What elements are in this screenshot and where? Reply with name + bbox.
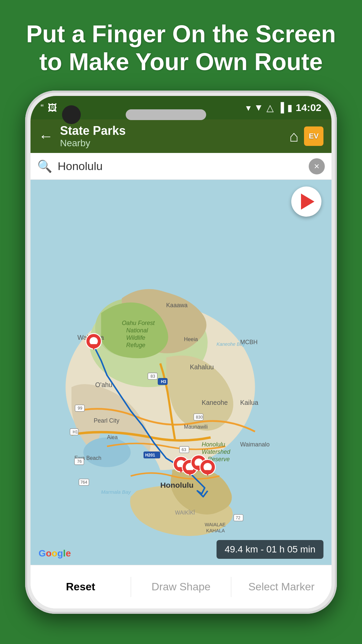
svg-text:O'ahu: O'ahu [95,381,112,388]
play-icon [301,194,314,210]
toolbar-title: State Parks [60,124,289,138]
svg-text:Refuge: Refuge [126,342,145,348]
svg-text:KAHALA: KAHALA [206,528,225,533]
svg-text:H3: H3 [161,379,166,384]
header-title: Put a Finger On the Screen to Make Your … [0,20,362,76]
search-icon: 🔍 [37,159,52,173]
search-bar: 🔍 Honolulu × [31,153,331,180]
svg-text:WAIALAE: WAIALAE [205,522,226,527]
phone-screen: “ 🖼 ▾ ▼ △ ▐ ▮ 14:02 ← State Parks Nearby… [31,96,331,608]
svg-text:764: 764 [80,480,87,485]
svg-text:76: 76 [77,459,82,464]
svg-text:99: 99 [78,406,82,411]
map-svg: Wahiawa Oahu Forest National Wildlife Re… [31,180,331,565]
map-area[interactable]: Wahiawa Oahu Forest National Wildlife Re… [31,180,331,565]
draw-shape-button[interactable]: Draw Shape [131,565,231,608]
svg-text:Pearl City: Pearl City [94,417,119,424]
svg-text:Kaaawa: Kaaawa [166,302,188,309]
reset-label: Reset [66,581,95,593]
status-right-icons: ▾ ▼ △ ▐ ▮ 14:02 [246,102,321,113]
svg-text:63: 63 [182,447,186,452]
svg-text:National: National [126,327,148,334]
signal-bars-icon: ▐ [277,102,284,113]
svg-text:H1: H1 [73,430,78,434]
svg-text:Oahu Forest: Oahu Forest [122,320,155,326]
svg-point-64 [203,463,212,471]
phone-speaker [126,109,206,120]
svg-text:Kaneohe Bay: Kaneohe Bay [217,341,245,347]
svg-text:83: 83 [150,374,155,379]
reset-button[interactable]: Reset [31,565,131,608]
distance-badge: 49.4 km - 01 h 05 min [217,540,323,559]
svg-text:Heeia: Heeia [184,336,198,342]
search-close-button[interactable]: × [309,158,325,174]
phone-frame: “ 🖼 ▾ ▼ △ ▐ ▮ 14:02 ← State Parks Nearby… [25,91,337,614]
google-l: l [63,548,66,558]
svg-text:Honolulu: Honolulu [160,481,193,489]
status-left-icons: “ 🖼 [41,102,57,113]
google-e: e [66,548,71,558]
svg-text:Kaneohe: Kaneohe [202,399,228,406]
toolbar: ← State Parks Nearby ⌂ EV [31,119,331,153]
svg-point-52 [89,337,98,345]
location-icon: ▾ [246,102,251,113]
draw-shape-label: Draw Shape [152,581,210,593]
ev-label: EV [309,132,318,141]
svg-text:Honolulu: Honolulu [202,441,225,448]
back-button[interactable]: ← [39,128,53,145]
phone-camera [62,105,81,124]
status-time: 14:02 [296,102,321,113]
svg-text:Aiea: Aiea [107,434,118,440]
select-marker-label: Select Marker [248,581,314,593]
search-input[interactable]: Honolulu [58,160,309,173]
toolbar-actions: ⌂ EV [289,126,323,146]
svg-text:Watershed: Watershed [202,448,231,455]
svg-text:Wildlife: Wildlife [126,334,145,341]
svg-text:Kailua: Kailua [240,399,258,406]
svg-text:Marmala Bay: Marmala Bay [101,489,131,495]
google-logo: Google [39,548,71,559]
battery-icon: ▮ [287,102,292,113]
svg-text:830: 830 [196,415,203,420]
signal-icon: △ [266,102,274,113]
play-button[interactable] [291,186,321,217]
home-button[interactable]: ⌂ [289,127,299,145]
google-o2: o [52,548,57,558]
google-g: G [39,548,46,558]
wifi-icon: ▼ [254,102,263,113]
ev-button[interactable]: EV [304,126,323,146]
google-g2: g [57,548,63,558]
toolbar-subtitle: Nearby [60,138,289,149]
select-marker-button[interactable]: Select Marker [231,565,331,608]
svg-text:Kahaluu: Kahaluu [190,363,214,371]
close-icon: × [314,161,319,172]
quote-icon: “ [41,102,44,113]
google-o1: o [46,548,52,558]
toolbar-title-block: State Parks Nearby [60,124,289,149]
svg-text:Waimanalo: Waimanalo [240,441,270,448]
svg-point-4 [83,437,131,467]
svg-text:H201: H201 [145,453,155,458]
svg-text:72: 72 [236,516,240,520]
svg-text:Maunawili: Maunawili [184,424,208,430]
bottom-bar: Reset Draw Shape Select Marker [31,565,331,608]
image-icon: 🖼 [48,102,57,113]
svg-text:WAIKĪKĪ: WAIKĪKĪ [175,510,195,516]
